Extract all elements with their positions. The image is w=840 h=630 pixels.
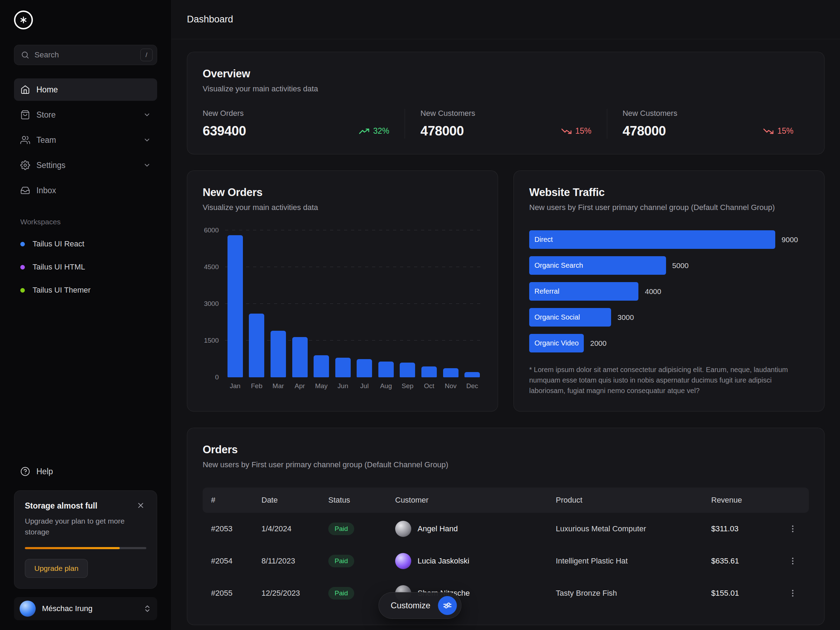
storage-progress-fill [25,547,120,549]
column-header-customer: Customer [395,496,556,505]
sidebar-item-settings[interactable]: Settings [14,154,157,177]
app-root: / Home Store T [0,0,840,630]
channel-value: 2000 [590,339,606,347]
channel-value: 5000 [673,261,689,270]
home-icon [20,85,30,95]
app-logo[interactable] [14,11,33,29]
overview-card: Overview Visualize your main activities … [187,52,824,154]
status-badge: Paid [328,587,354,600]
workspaces-section-label: Workspaces [14,218,157,226]
traffic-bar-row: Organic Social3000 [529,308,809,327]
close-icon[interactable] [136,501,146,511]
channel-label: Referral [534,287,559,295]
user-name: Méschac Irung [42,604,92,613]
gear-icon [20,160,30,170]
table-row: #2055 12/25/2023 Paid Shern Nitzsche Tas… [203,577,809,609]
chevron-down-icon [143,136,151,144]
stat-value: 639400 [203,123,246,139]
x-tick-label: Aug [378,382,394,390]
traffic-footnote: * Lorem ipsum dolor sit amet consectetur… [529,364,809,396]
storage-progress-bar [25,547,146,549]
sidebar-item-inbox[interactable]: Inbox [14,179,157,202]
channel-label: Organic Search [534,261,583,270]
chevron-down-icon [143,161,151,169]
customize-button[interactable]: Customize [378,592,461,619]
workspace-dot-purple [20,265,25,270]
user-menu-button[interactable]: Méschac Irung [14,597,157,620]
x-tick-label: Mar [270,382,286,390]
status-badge: Paid [328,523,354,535]
chart-title: New Orders [203,186,482,199]
workspace-item-tailus-ui-themer[interactable]: Tailus UI Themer [14,279,157,302]
main-area: Dashboard Overview Visualize your main a… [172,0,840,630]
trending-up-icon [359,128,369,135]
sidebar-item-label: Team [36,136,56,145]
traffic-bar-row: Organic Search5000 [529,256,809,275]
plot-area [225,230,482,377]
order-revenue: $311.03 [711,524,778,534]
website-traffic-card: Website Traffic New users by First user … [513,171,824,412]
y-tick-label: 0 [215,373,219,381]
bar-sep [400,363,415,377]
workspace-dot-blue [20,242,25,246]
trend-indicator: 15% [763,126,793,136]
x-axis-labels: JanFebMarAprMayJunJulAugSepOctNovDec [225,382,482,390]
sidebar: / Home Store T [0,0,172,630]
order-date: 1/4/2024 [261,524,328,534]
storage-body-text: Upgrade your plan to get more storage [25,516,146,537]
bar-jan [227,235,243,377]
y-tick-label: 6000 [204,226,219,234]
channel-label: Organic Social [534,313,580,321]
table-header-row: # Date Status Customer Product Revenue [203,488,809,513]
order-id: #2054 [211,556,261,565]
help-button[interactable]: Help [14,462,157,481]
avatar [395,553,411,569]
bar-aug [378,362,394,377]
trending-down-icon [763,128,774,135]
avatar [395,521,411,537]
chevron-up-down-icon [143,605,152,613]
store-icon [20,110,30,120]
workspace-item-tailus-ui-react[interactable]: Tailus UI React [14,232,157,256]
x-tick-label: Sep [400,382,416,390]
x-tick-label: Apr [292,382,308,390]
trend-percent: 15% [777,126,793,136]
stat-label: New Orders [203,109,389,118]
bar-oct [422,366,437,377]
search-input[interactable] [35,51,136,60]
stat-label: New Customers [420,109,591,118]
bar-organic-video: Organic Video [529,334,584,352]
overview-title: Overview [203,68,809,80]
storage-alert-card: Storage almost full Upgrade your plan to… [14,490,157,589]
column-header-product: Product [556,496,711,505]
bar-feb [249,314,264,377]
charts-row: New Orders Visualize your main activitie… [187,171,824,412]
sidebar-item-team[interactable]: Team [14,129,157,151]
sidebar-item-store[interactable]: Store [14,104,157,126]
stat-new-orders: New Orders 639400 32% [203,109,404,139]
channel-value: 3000 [617,313,634,322]
bar-jul [357,359,372,377]
column-header-id: # [211,496,261,505]
overview-stats: New Orders 639400 32% New Customers [203,109,809,139]
upgrade-plan-button[interactable]: Upgrade plan [25,559,88,578]
x-tick-label: Feb [249,382,265,390]
row-menu-button[interactable] [785,553,801,569]
stat-value: 478000 [623,123,666,139]
chart-subtitle: Visualize your main activities data [203,203,482,212]
stat-value: 478000 [420,123,464,139]
bar-referral: Referral [529,282,638,301]
users-icon [20,135,30,145]
workspace-label: Tailus UI HTML [33,262,85,272]
product-name: Luxurious Metal Computer [556,524,711,534]
inbox-icon [20,185,30,195]
row-menu-button[interactable] [785,586,801,601]
search-bar[interactable]: / [14,45,157,65]
bar-dec [464,372,480,377]
row-menu-button[interactable] [785,521,801,537]
channel-label: Direct [534,235,553,243]
sidebar-item-home[interactable]: Home [14,78,157,101]
workspace-item-tailus-ui-html[interactable]: Tailus UI HTML [14,256,157,279]
help-label: Help [36,467,53,476]
table-row: #2053 1/4/2024 Paid Angel Hand Luxurious… [203,513,809,545]
